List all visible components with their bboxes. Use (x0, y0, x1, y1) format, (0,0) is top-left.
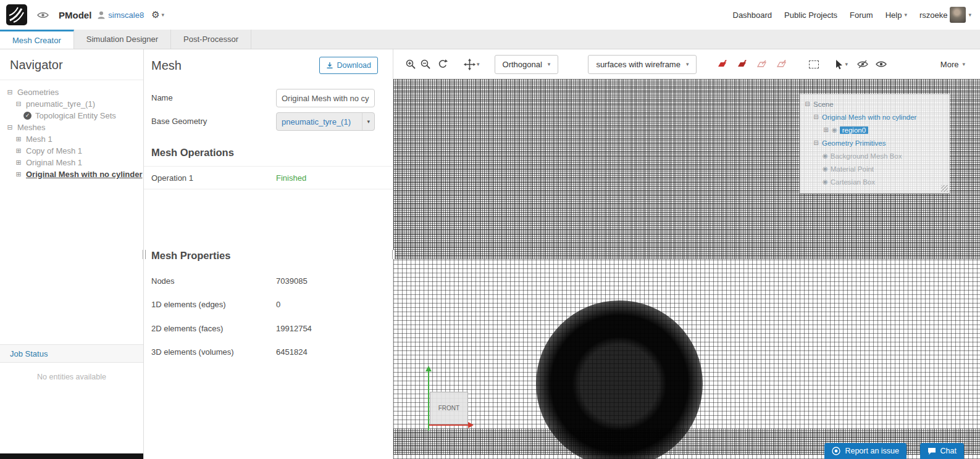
zoom-in-button[interactable] (403, 57, 418, 72)
property-label: Nodes (151, 276, 175, 286)
more-label: More (940, 60, 959, 69)
base-geometry-form-row: Base Geometry pneumatic_tyre_(1) ▾ (144, 112, 393, 136)
property-row-3d-elements: 3D elements (volumes) 6451824 (144, 341, 393, 365)
navigator-sidebar: Navigator ⊟ Geometries ⊟ pneumatic_tyre_… (0, 49, 144, 459)
panel-resize-handle-right[interactable] (392, 250, 395, 259)
simscale-logo[interactable] (6, 4, 27, 25)
tyre-mesh-cross-section (536, 300, 703, 459)
tree-item-label: Topological Entity Sets (35, 111, 116, 120)
camera-icon (832, 447, 840, 455)
job-status-header[interactable]: Job Status (0, 344, 143, 363)
app-header: PModel simscale8 ⚙ ▾ Dashboard Public Pr… (0, 0, 980, 30)
tree-item-label: Geometries (17, 88, 59, 97)
tab-mesh-creator[interactable]: Mesh Creator (0, 30, 74, 49)
base-geometry-select[interactable]: pneumatic_tyre_(1) ▾ (276, 112, 375, 131)
panel-resize-handle-left[interactable] (143, 250, 146, 259)
tree-item-copy-of-mesh-1[interactable]: ⊞ Copy of Mesh 1 (4, 145, 140, 157)
expand-icon[interactable]: ⊞ (15, 135, 22, 143)
operation-label: Operation 1 (151, 173, 193, 183)
collapse-icon[interactable]: ⊟ (813, 139, 819, 146)
collapse-icon[interactable]: ⊟ (15, 100, 22, 108)
clip-plane-y-button[interactable] (735, 57, 750, 72)
nav-link-help[interactable]: Help (886, 10, 902, 20)
render-mode-select[interactable]: surfaces with wireframe ▾ (588, 55, 697, 74)
mesh-name-input[interactable] (276, 89, 375, 107)
job-status-empty-text: No entities available (0, 373, 143, 381)
expand-icon[interactable]: ⊞ (15, 147, 22, 155)
projection-select[interactable]: Orthogonal ▾ (495, 55, 559, 74)
user-avatar[interactable] (950, 7, 966, 23)
sidebar-bottom-strip (0, 453, 143, 459)
name-label: Name (151, 93, 173, 102)
primitive-node-icon: ◉ (823, 152, 828, 159)
collapse-icon[interactable]: ⊟ (6, 123, 14, 131)
show-all-button[interactable] (874, 57, 889, 72)
tree-item-topological-sets[interactable]: ✓ Topological Entity Sets (4, 110, 140, 122)
tree-item-mesh-1[interactable]: ⊞ Mesh 1 (4, 133, 140, 145)
help-caret-icon: ▾ (904, 12, 907, 18)
tree-item-original-mesh-1[interactable]: ⊞ Original Mesh 1 (4, 157, 140, 168)
report-issue-button[interactable]: Report an issue (824, 443, 907, 459)
nav-link-public-projects[interactable]: Public Projects (784, 10, 837, 20)
scene-tree-primitives[interactable]: ⊟ Geometry Primitives (804, 136, 945, 149)
scene-tree-item-background-mesh-box[interactable]: ◉ Background Mesh Box (804, 149, 945, 162)
scene-tree-region[interactable]: ⊞ ◉ region0 (804, 123, 945, 136)
collapse-icon[interactable]: ⊟ (804, 101, 811, 107)
clip-plane-z-button[interactable] (755, 57, 769, 72)
user-menu[interactable]: rszoeke ▾ (919, 7, 971, 23)
expand-icon[interactable]: ⊞ (823, 126, 829, 133)
collapse-icon[interactable]: ⊟ (6, 88, 14, 96)
nav-link-forum[interactable]: Forum (850, 10, 873, 20)
zoom-out-button[interactable] (418, 57, 433, 72)
operation-row[interactable]: Operation 1 Finished (144, 166, 393, 189)
scene-tree-item-cartesian-box[interactable]: ◉ Cartesian Box (804, 175, 945, 188)
expand-icon[interactable]: ⊞ (15, 159, 22, 167)
expand-icon[interactable]: ⊞ (15, 170, 22, 178)
tab-simulation-designer[interactable]: Simulation Designer (74, 30, 171, 49)
collapse-icon[interactable]: ⊟ (813, 114, 819, 120)
chat-bubble-icon (928, 447, 936, 455)
nav-link-dashboard[interactable]: Dashboard (733, 10, 773, 20)
scene-tree-panel: ⊟ Scene ⊟ Original Mesh with no cylinder… (800, 94, 950, 194)
3d-viewport-canvas[interactable]: ⊟ Scene ⊟ Original Mesh with no cylinder… (393, 79, 980, 459)
preview-eye-icon[interactable] (37, 11, 49, 19)
settings-caret-icon[interactable]: ▾ (162, 12, 165, 18)
pan-tool-button[interactable]: ▾ (464, 59, 480, 70)
chat-button[interactable]: Chat (920, 443, 964, 459)
tab-label: Mesh Creator (12, 36, 61, 45)
property-row-1d-elements: 1D elements (edges) 0 (144, 293, 393, 317)
orientation-cube[interactable]: FRONT (430, 392, 468, 424)
name-form-row: Name (144, 89, 393, 112)
chat-label: Chat (940, 447, 957, 455)
tree-item-label: Original Mesh 1 (26, 158, 82, 167)
download-label: Download (337, 61, 371, 70)
more-menu-button[interactable]: More ▾ (940, 60, 970, 69)
project-owner-link[interactable]: simscale8 (108, 10, 144, 20)
hide-entity-button[interactable] (855, 57, 870, 72)
check-icon: ✓ (23, 112, 31, 120)
navigator-title: Navigator (0, 49, 143, 80)
tree-item-geometries[interactable]: ⊟ Geometries (4, 86, 140, 98)
select-tool-button[interactable]: ▾ (835, 59, 848, 70)
projection-value: Orthogonal (503, 60, 542, 69)
tree-item-meshes[interactable]: ⊟ Meshes (4, 122, 140, 133)
clip-plane-x-button[interactable] (715, 57, 730, 72)
username-label: rszoeke (919, 10, 948, 20)
user-caret-icon: ▾ (968, 12, 971, 18)
tab-post-processor[interactable]: Post-Processor (171, 30, 251, 49)
primitive-node-icon: ◉ (823, 178, 828, 185)
scene-tree-item-material-point[interactable]: ◉ Material Point (804, 162, 945, 175)
refresh-view-button[interactable] (435, 57, 450, 72)
tree-item-geometry[interactable]: ⊟ pneumatic_tyre_(1) (4, 98, 140, 110)
tab-label: Simulation Designer (86, 35, 158, 44)
settings-gear-icon[interactable]: ⚙ (151, 9, 159, 20)
box-select-button[interactable] (806, 57, 821, 72)
clip-plane-custom-button[interactable] (774, 57, 789, 72)
scene-tree-mesh[interactable]: ⊟ Original Mesh with no cylinder (804, 110, 945, 123)
scene-tree-root[interactable]: ⊟ Scene (804, 97, 945, 110)
nav-help-menu[interactable]: Help ▾ (886, 10, 907, 20)
mesh-detail-panel: Mesh Download Name Base Geometry pneumat… (144, 49, 393, 459)
download-button[interactable]: Download (319, 57, 378, 74)
tree-item-original-mesh-no-cylinder[interactable]: ⊞ Original Mesh with no cylinder (4, 168, 140, 180)
scene-tree-resize-handle[interactable] (941, 185, 948, 192)
